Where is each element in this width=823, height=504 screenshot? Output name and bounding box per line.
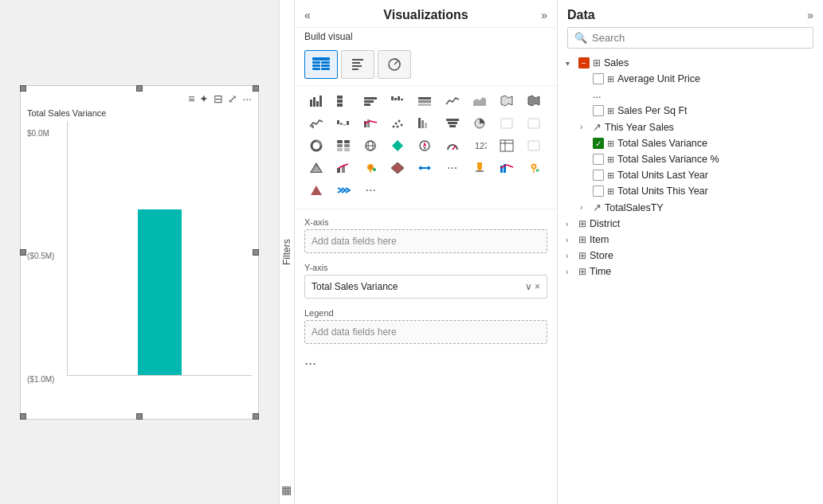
tree-item-item[interactable]: › ⊞ Item — [561, 232, 820, 248]
viz-location2-icon[interactable]: $ — [522, 158, 546, 178]
viz-analytics-icon[interactable] — [378, 50, 411, 79]
viz-clustered-bar-icon[interactable] — [386, 91, 410, 111]
viz-more-fields[interactable]: ... — [295, 349, 557, 372]
y-axis-chevron[interactable]: ∨ × — [525, 281, 540, 292]
viz-empty-icon[interactable] — [495, 113, 519, 134]
viz-empty2-icon[interactable] — [522, 113, 546, 134]
viz-scatter-chart-icon[interactable] — [386, 113, 410, 134]
viz-chevrons-icon[interactable] — [331, 180, 355, 201]
viz-bar-chart-icon[interactable] — [304, 91, 328, 111]
viz-funnel-icon[interactable] — [441, 113, 464, 134]
viz-top-icons-row — [295, 47, 557, 86]
svg-rect-21 — [398, 96, 400, 100]
svg-rect-66 — [528, 141, 539, 150]
viz-pie-chart-icon[interactable] — [468, 113, 492, 134]
viz-stacked-col-icon[interactable] — [413, 113, 437, 134]
viz-more-icon[interactable]: ··· — [441, 158, 464, 178]
viz-arrows-icon[interactable] — [413, 158, 437, 178]
resize-handle-br[interactable] — [253, 413, 259, 420]
tree-item-time[interactable]: › ⊞ Time — [561, 264, 820, 279]
store-expand-icon[interactable]: › — [566, 252, 575, 260]
resize-handle-ml[interactable] — [20, 249, 26, 256]
tree-item-total-units-last-year[interactable]: ⊞ Total Units Last Year — [561, 167, 820, 183]
viz-shape-icon[interactable] — [386, 135, 410, 156]
viz-shapes2-icon[interactable] — [304, 180, 328, 201]
tree-item-total-sales-variance[interactable]: ✓ ⊞ Total Sales Variance — [561, 135, 820, 151]
viz-more2-icon[interactable]: ··· — [359, 180, 382, 201]
viz-line-combo-icon[interactable] — [304, 113, 328, 134]
viz-trophy-icon[interactable] — [468, 158, 492, 178]
item-expand-icon[interactable]: › — [566, 236, 575, 244]
tree-item-store[interactable]: › ⊞ Store — [561, 248, 820, 264]
viz-table2-icon[interactable] — [495, 135, 519, 156]
viz-globe-icon[interactable] — [359, 135, 382, 156]
resize-handle-tr[interactable] — [253, 85, 259, 92]
district-expand-icon[interactable]: › — [566, 220, 575, 229]
viz-area-chart-icon[interactable] — [468, 91, 492, 111]
viz-delta-icon[interactable] — [304, 158, 328, 178]
viz-bar-line-icon[interactable] — [359, 113, 382, 134]
viz-donut-icon[interactable] — [304, 135, 328, 156]
filters-strip[interactable]: ▦ Filters — [279, 0, 295, 504]
viz-diamond-icon[interactable] — [386, 158, 410, 178]
viz-gauge-icon[interactable] — [441, 135, 464, 156]
viz-collapse-arrow[interactable]: « — [304, 9, 311, 21]
total-units-ty-checkbox[interactable] — [593, 186, 604, 197]
viz-table-icon[interactable] — [304, 50, 338, 79]
viz-waterfall-icon[interactable] — [331, 113, 355, 134]
total-sales-var-pct-checkbox[interactable] — [593, 154, 604, 165]
viz-number-icon[interactable]: 123 — [468, 135, 492, 156]
sales-expand-icon[interactable]: ▾ — [566, 59, 575, 68]
viz-100-stacked-icon[interactable] — [413, 91, 437, 111]
viz-column-chart-icon[interactable] — [331, 91, 355, 111]
total-sales-variance-checkbox[interactable]: ✓ — [593, 138, 604, 149]
viz-combo-icon[interactable] — [331, 158, 355, 178]
data-panel-header: Data » — [558, 0, 823, 27]
x-axis-drop[interactable]: Add data fields here — [304, 229, 547, 253]
viz-compass-icon[interactable] — [413, 135, 437, 156]
menu-icon[interactable]: ≡ — [188, 92, 194, 105]
sales-checkbox[interactable]: − — [578, 57, 590, 68]
tree-item-district[interactable]: › ⊞ District — [561, 216, 820, 232]
resize-handle-bm[interactable] — [136, 413, 143, 420]
viz-format-icon[interactable] — [341, 50, 374, 79]
total-sales-ty-expand-icon[interactable]: › — [580, 203, 590, 212]
viz-empty3-icon[interactable] — [522, 135, 546, 156]
viz-line-chart-icon[interactable] — [441, 91, 464, 111]
y-axis-drop[interactable]: Total Sales Variance ∨ × — [304, 275, 547, 299]
expand-icon[interactable]: ⤢ — [228, 92, 237, 105]
tree-item-sales[interactable]: ▾ − ⊞ Sales — [561, 55, 820, 71]
legend-drop[interactable]: Add data fields here — [304, 320, 547, 344]
tree-item-total-sales-variance-pct[interactable]: ⊞ Total Sales Variance % — [561, 151, 820, 167]
search-box[interactable]: 🔍 — [567, 27, 813, 49]
this-year-expand-icon[interactable]: › — [580, 123, 590, 131]
resize-handle-bl[interactable] — [20, 413, 26, 420]
pin-icon[interactable]: ✦ — [199, 92, 209, 105]
tree-item-avg-unit-price[interactable]: ⊞ Average Unit Price — [561, 71, 820, 87]
data-panel-expand-arrow[interactable]: » — [807, 9, 813, 21]
total-units-ly-checkbox[interactable] — [593, 170, 604, 181]
resize-handle-tl[interactable] — [20, 85, 26, 92]
viz-matrix-icon[interactable] — [331, 135, 355, 156]
tree-item-total-units-this-year[interactable]: ⊞ Total Units This Year — [561, 183, 820, 199]
svg-text:$: $ — [537, 166, 541, 174]
time-expand-icon[interactable]: › — [566, 268, 575, 276]
filter-icon[interactable]: ⊟ — [214, 92, 223, 105]
viz-map2-icon[interactable] — [359, 158, 382, 178]
svg-rect-79 — [476, 170, 484, 172]
search-input[interactable] — [592, 32, 806, 44]
viz-stacked-bar-icon[interactable] — [359, 91, 382, 111]
sales-sq-ft-checkbox[interactable] — [593, 105, 604, 116]
resize-handle-tm[interactable] — [136, 85, 143, 92]
tree-item-total-sales-ty[interactable]: › ↗ TotalSalesTY — [561, 199, 820, 216]
viz-filled-map-icon[interactable] — [522, 91, 546, 111]
svg-rect-52 — [344, 144, 350, 147]
viz-map-icon[interactable] — [495, 91, 519, 111]
viz-expand-arrow[interactable]: » — [541, 9, 547, 21]
resize-handle-mr[interactable] — [253, 249, 259, 256]
viz-kpi-icon[interactable] — [495, 158, 519, 178]
avg-checkbox[interactable] — [593, 73, 604, 84]
tree-item-sales-per-sq-ft[interactable]: ⊞ Sales Per Sq Ft — [561, 103, 820, 119]
more-icon[interactable]: ··· — [242, 92, 252, 105]
tree-item-this-year-sales[interactable]: › ↗ This Year Sales — [561, 119, 820, 135]
